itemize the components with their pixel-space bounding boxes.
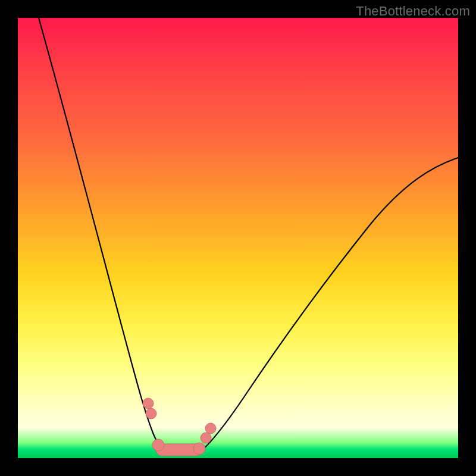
chart-curves-svg: [18, 18, 458, 458]
right-curve: [196, 158, 458, 455]
marker-dot: [143, 398, 154, 409]
chart-frame: TheBottleneck.com: [0, 0, 476, 476]
marker-dot: [205, 423, 216, 434]
marker-dot: [146, 408, 156, 419]
marker-dot: [152, 439, 164, 451]
left-curve: [39, 18, 168, 455]
marker-dot: [201, 433, 211, 443]
chart-plot-area: [18, 18, 458, 458]
marker-dot: [193, 443, 205, 455]
watermark-text: TheBottleneck.com: [356, 4, 470, 19]
